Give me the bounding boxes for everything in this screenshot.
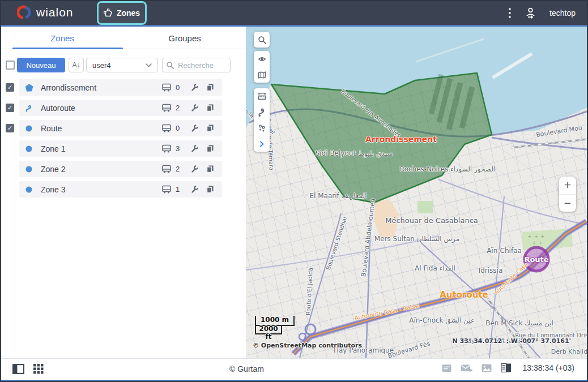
map-canvas[interactable]: + + + + + Arrondissement bbox=[246, 27, 587, 358]
user-filter-value: user4 bbox=[92, 61, 111, 70]
map-search-button[interactable] bbox=[254, 32, 270, 48]
points-icon bbox=[258, 124, 266, 132]
zone-checkbox-autoroute[interactable]: ✓ bbox=[6, 104, 14, 112]
brand-name: wialon bbox=[36, 6, 74, 19]
copy-icon[interactable] bbox=[206, 144, 215, 153]
search-field bbox=[162, 58, 231, 72]
collapse-panel-icon[interactable] bbox=[12, 364, 24, 374]
map-search-tool bbox=[254, 32, 270, 48]
copy-icon[interactable] bbox=[206, 124, 215, 132]
zone-name: Zone 3 bbox=[41, 185, 162, 194]
nav-tab-zones[interactable]: Zones bbox=[97, 1, 147, 25]
chevron-right-icon bbox=[258, 140, 266, 148]
zone-name: Zone 1 bbox=[41, 144, 162, 153]
edit-wrench-icon[interactable] bbox=[190, 104, 199, 112]
map-source-button[interactable] bbox=[254, 67, 270, 83]
select-all-checkbox[interactable] bbox=[6, 61, 15, 70]
visibility-button[interactable] bbox=[254, 51, 270, 67]
copy-icon[interactable] bbox=[206, 165, 215, 173]
tab-zones[interactable]: Zones bbox=[1, 27, 123, 49]
zones-panel: Zones Groupes Nouveau A↓ user4 bbox=[1, 27, 246, 358]
zone-row-arrondissement[interactable]: Arrondissement 0 bbox=[19, 79, 222, 96]
copy-icon[interactable] bbox=[206, 104, 215, 112]
units-icon bbox=[162, 144, 172, 153]
map-base-layer: + + + + + bbox=[246, 27, 587, 358]
edit-wrench-icon[interactable] bbox=[190, 165, 199, 173]
units-count: 0 bbox=[176, 83, 185, 92]
media-icon[interactable] bbox=[482, 364, 492, 372]
units-icon bbox=[162, 124, 172, 132]
map-measure-tools bbox=[254, 88, 270, 152]
route-icon bbox=[258, 108, 266, 117]
search-input[interactable] bbox=[177, 61, 225, 70]
edit-wrench-icon[interactable] bbox=[190, 83, 199, 92]
search-icon bbox=[258, 36, 266, 44]
bottom-bar: © Gurtam 13:38:34 (+03) bbox=[1, 358, 587, 380]
edit-wrench-icon[interactable] bbox=[190, 124, 199, 132]
edit-wrench-icon[interactable] bbox=[190, 185, 199, 194]
zone-checkbox-arrondissement[interactable]: ✓ bbox=[6, 83, 14, 92]
zoom-out-button[interactable]: − bbox=[559, 195, 576, 212]
expand-tools-button[interactable] bbox=[254, 136, 270, 152]
zone-row-zone3[interactable]: Zone 3 1 bbox=[19, 181, 222, 198]
wialon-logo: wialon bbox=[17, 5, 74, 20]
user-switch-icon[interactable] bbox=[525, 7, 536, 19]
current-user[interactable]: techtop bbox=[549, 8, 576, 18]
new-zone-button[interactable]: Nouveau bbox=[17, 58, 65, 72]
zones-toolbar: Nouveau A↓ user4 bbox=[1, 58, 246, 72]
zone-row-zone1[interactable]: Zone 1 3 bbox=[19, 140, 222, 157]
units-icon bbox=[162, 185, 172, 194]
nav-tab-label: Zones bbox=[117, 8, 140, 18]
zoom-in-button[interactable]: + bbox=[559, 177, 576, 195]
notes-icon[interactable] bbox=[442, 364, 451, 372]
units-count: 1 bbox=[176, 185, 185, 194]
copy-icon[interactable] bbox=[206, 83, 215, 92]
wialon-app-window: wialon Zones techtop Zones G bbox=[0, 0, 588, 382]
zone-checkbox-route[interactable]: ✓ bbox=[6, 124, 14, 132]
top-bar: wialon Zones techtop bbox=[1, 1, 587, 25]
apps-grid-icon[interactable] bbox=[33, 364, 44, 374]
active-tab-underline bbox=[12, 48, 123, 49]
zone-name: Arrondissement bbox=[41, 83, 162, 92]
sort-button[interactable]: A↓ bbox=[69, 58, 84, 72]
copy-icon[interactable] bbox=[206, 185, 215, 194]
ruler-icon bbox=[258, 92, 266, 100]
scale-imperial: 2000 ft bbox=[255, 325, 282, 334]
measure-distance-button[interactable] bbox=[254, 88, 270, 104]
zone-name: Zone 2 bbox=[41, 165, 162, 174]
routing-tool-button[interactable] bbox=[254, 104, 270, 120]
svg-text:+ +: + + bbox=[532, 240, 542, 246]
osm-attribution[interactable]: © OpenStreetMap contributors bbox=[253, 342, 362, 349]
footer-accent-line bbox=[1, 380, 587, 381]
circle-geofence-icon bbox=[25, 165, 33, 173]
zone-name: Route bbox=[41, 124, 162, 133]
zoom-control: + − bbox=[559, 177, 576, 212]
nearest-units-button[interactable] bbox=[254, 120, 270, 136]
eye-icon bbox=[258, 55, 266, 63]
units-icon bbox=[162, 104, 172, 112]
svg-text:+ + +: + + + bbox=[528, 233, 544, 239]
messages-icon[interactable] bbox=[461, 364, 472, 372]
tab-groupes[interactable]: Groupes bbox=[123, 27, 246, 49]
log-panel-icon[interactable] bbox=[501, 363, 512, 372]
circle-geofence-icon bbox=[25, 145, 33, 153]
zone-name: Autoroute bbox=[41, 104, 162, 113]
line-geofence-icon bbox=[25, 104, 33, 112]
edit-wrench-icon[interactable] bbox=[190, 144, 199, 153]
folded-map-icon bbox=[258, 71, 266, 79]
zone-row-autoroute[interactable]: Autoroute 2 bbox=[19, 100, 222, 116]
zone-row-zone2[interactable]: Zone 2 2 bbox=[19, 161, 222, 177]
units-icon bbox=[162, 165, 172, 173]
units-count: 2 bbox=[176, 104, 185, 112]
units-count: 0 bbox=[176, 124, 185, 132]
gurtam-copyright: © Gurtam bbox=[229, 364, 264, 374]
zone-row-route[interactable]: Route 0 bbox=[19, 120, 222, 136]
units-count: 2 bbox=[176, 165, 185, 173]
more-menu-icon[interactable] bbox=[508, 7, 512, 19]
clock: 13:38:34 (+03) bbox=[523, 363, 574, 372]
cursor-coordinates: N 33° 34.0712' : W -007° 37.0161' bbox=[453, 337, 572, 345]
polygon-geofence-icon bbox=[25, 84, 33, 92]
map-scale: 1000 m 2000 ft bbox=[255, 316, 295, 334]
user-filter-select[interactable]: user4 bbox=[86, 58, 158, 72]
units-count: 3 bbox=[176, 144, 185, 153]
